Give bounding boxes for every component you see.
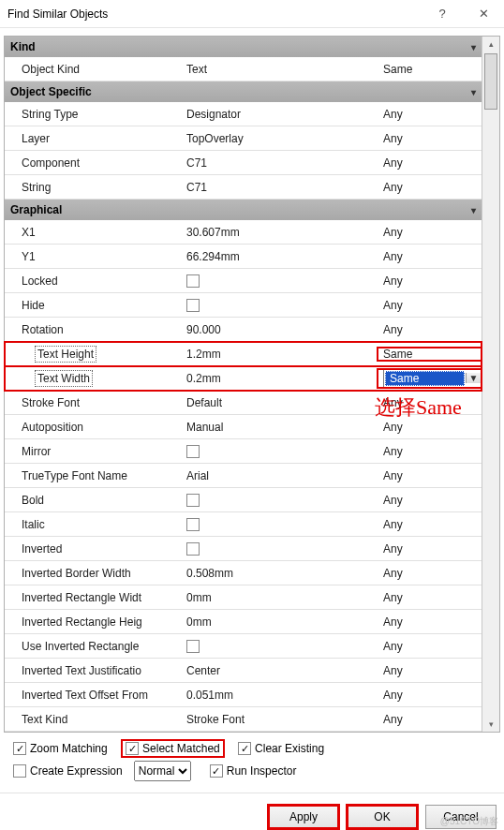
prop-match[interactable]: Any [378,664,482,677]
prop-value[interactable] [181,542,378,556]
row-inv-border[interactable]: Inverted Border Width 0.508mm Any [5,561,482,585]
ok-button[interactable]: OK [347,805,418,829]
chevron-down-icon[interactable]: ▼ [466,373,481,383]
row-autoposition[interactable]: Autoposition Manual Any [5,415,482,439]
prop-value[interactable]: C71 [181,181,378,194]
clear-existing-checkbox[interactable]: Clear Existing [238,742,324,755]
checkbox-icon[interactable] [186,542,200,556]
prop-match[interactable]: Any [378,469,482,482]
prop-value[interactable]: Arial [181,469,378,482]
row-inv-off[interactable]: Inverted Text Offset From 0.051mm Any [5,683,482,707]
cancel-button[interactable]: Cancel [425,805,497,829]
scroll-up-icon[interactable]: ▴ [482,37,499,52]
row-inv-rect-h[interactable]: Inverted Rectangle Heig 0mm Any [5,610,482,634]
prop-value[interactable]: Default [181,396,378,409]
prop-value[interactable]: 0mm [181,591,378,604]
row-italic[interactable]: Italic Any [5,512,482,537]
collapse-icon[interactable]: ▾ [471,205,476,215]
prop-value[interactable]: C71 [181,156,378,170]
prop-value[interactable] [181,445,378,458]
prop-match[interactable]: Any [378,640,482,653]
row-truetype-font[interactable]: TrueType Font Name Arial Any [5,464,482,488]
section-kind[interactable]: Kind ▾ [5,37,482,57]
checkbox-icon[interactable] [186,299,200,312]
collapse-icon[interactable]: ▾ [471,87,476,97]
prop-value[interactable]: 1.2mm [181,348,378,361]
vertical-scrollbar[interactable]: ▴ ▾ [482,37,499,732]
row-hide[interactable]: Hide Any [5,293,482,318]
row-stroke-font[interactable]: Stroke Font Default Any [5,391,482,415]
prop-value[interactable] [181,640,378,653]
prop-value[interactable]: Manual [181,421,378,434]
prop-value[interactable]: 30.607mm [181,226,378,239]
prop-match[interactable]: Any [378,156,482,170]
match-dropdown[interactable]: Same ▼ [383,369,482,388]
prop-value[interactable]: Designator [181,108,378,121]
prop-match[interactable]: Any [378,494,482,507]
prop-match[interactable]: Any [378,132,482,145]
checkbox-icon[interactable] [186,518,200,531]
prop-value[interactable]: 66.294mm [181,250,378,263]
row-string[interactable]: String C71 Any [5,175,482,200]
prop-match[interactable]: Any [378,181,482,194]
prop-match[interactable]: Any [378,323,482,336]
row-inverted[interactable]: Inverted Any [5,537,482,561]
mask-mode-select[interactable]: Normal [134,761,191,781]
row-layer[interactable]: Layer TopOverlay Any [5,126,482,151]
scroll-thumb[interactable] [484,53,497,110]
create-expression-checkbox[interactable]: Create Expression [13,764,123,778]
select-matched-checkbox[interactable]: Select Matched [122,740,224,757]
row-inv-just[interactable]: Inverted Text Justificatio Center Any [5,659,482,683]
close-button[interactable]: ✕ [463,0,504,28]
prop-value[interactable]: Text [181,63,378,76]
prop-match[interactable]: Any [378,396,482,409]
row-use-inv-rect[interactable]: Use Inverted Rectangle Any [5,634,482,659]
prop-match[interactable]: Same [378,63,482,76]
row-component[interactable]: Component C71 Any [5,151,482,175]
prop-value[interactable] [181,299,378,312]
checkbox-icon[interactable] [186,640,200,653]
checkbox-icon[interactable] [186,494,200,507]
row-rotation[interactable]: Rotation 90.000 Any [5,318,482,342]
row-locked[interactable]: Locked Any [5,269,482,293]
prop-value[interactable]: Stroke Font [181,713,378,726]
prop-value[interactable]: TopOverlay [181,132,378,145]
prop-match[interactable]: Any [378,713,482,726]
row-string-type[interactable]: String Type Designator Any [5,102,482,126]
prop-match[interactable]: Any [378,250,482,263]
prop-value[interactable]: 0.2mm [181,372,378,385]
checkbox-icon[interactable] [186,445,200,458]
prop-value[interactable]: 0mm [181,615,378,629]
row-text-height[interactable]: Text Height 1.2mm Same [5,342,482,366]
row-y1[interactable]: Y1 66.294mm Any [5,245,482,269]
row-object-kind[interactable]: Object Kind Text Same [5,57,482,82]
row-text-kind[interactable]: Text Kind Stroke Font Any [5,707,482,732]
run-inspector-checkbox[interactable]: Run Inspector [210,764,297,778]
section-object-specific[interactable]: Object Specific ▾ [5,82,482,102]
prop-match[interactable]: Any [378,567,482,580]
prop-match[interactable]: Any [378,591,482,604]
row-bold[interactable]: Bold Any [5,488,482,512]
prop-match[interactable]: Any [378,299,482,312]
prop-match[interactable]: Same ▼ [378,369,482,388]
row-inv-rect-w[interactable]: Inverted Rectangle Widt 0mm Any [5,585,482,610]
prop-match[interactable]: Any [378,542,482,556]
prop-value[interactable] [181,518,378,531]
apply-button[interactable]: Apply [268,805,339,829]
help-button[interactable]: ? [422,0,463,28]
prop-value[interactable] [181,274,378,288]
prop-value[interactable]: 90.000 [181,323,378,336]
prop-match[interactable]: Any [378,421,482,434]
prop-value[interactable]: Center [181,664,378,677]
row-mirror[interactable]: Mirror Any [5,439,482,464]
zoom-matching-checkbox[interactable]: Zoom Matching [13,742,108,755]
prop-match[interactable]: Any [378,274,482,288]
prop-value[interactable] [181,494,378,507]
row-text-width[interactable]: Text Width 0.2mm Same ▼ [5,366,482,391]
prop-match[interactable]: Any [378,615,482,629]
prop-match[interactable]: Any [378,108,482,121]
prop-value[interactable]: 0.051mm [181,689,378,702]
collapse-icon[interactable]: ▾ [471,42,476,52]
row-x1[interactable]: X1 30.607mm Any [5,220,482,245]
prop-match[interactable]: Any [378,445,482,458]
